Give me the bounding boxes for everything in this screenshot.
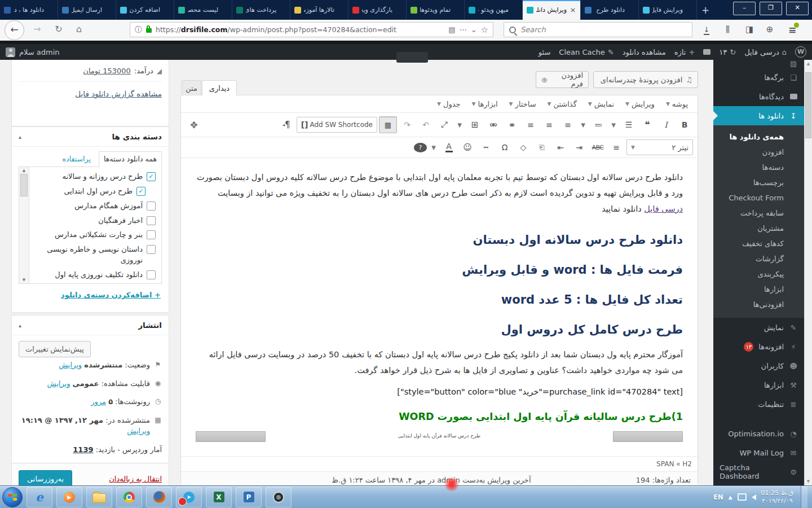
sidebar-item-optimisation[interactable]: ◔Optimisation.io [713,424,804,443]
chevron-down-icon[interactable]: ▼ [578,117,588,132]
bold-button[interactable]: B [676,117,693,132]
editor-content[interactable]: دانلود طرح درس سالانه اول دبستان که توسط… [181,158,698,456]
adminbar-site-name[interactable]: ⌂درسی فایل [744,48,787,56]
scrollbar-thumb[interactable] [20,174,28,196]
tab-most-used[interactable]: پراستفاده [63,155,91,167]
home-button[interactable]: ⌂ [72,24,86,34]
editor-menu[interactable]: نمایش▼ [583,98,619,110]
taskbar-file-explorer[interactable] [86,487,112,507]
blockquote-button[interactable]: ❝ [639,117,656,132]
browse-revisions-link[interactable]: مرور [91,397,106,406]
editor-menu[interactable]: ساختار▼ [504,98,541,110]
edit-date-link[interactable]: ویرایش [127,427,150,435]
back-button[interactable]: ← [5,20,24,40]
sidebar-item-settings[interactable]: ≣تنظیمات [713,395,804,414]
adminbar-view-download[interactable]: مشاهده دانلود [623,48,666,56]
browser-tab[interactable]: تالارها آموزش [290,0,348,20]
submenu-item[interactable]: ابزارها [713,282,804,297]
submenu-item[interactable]: Checkout Form [713,190,804,205]
show-desktop-button[interactable] [801,486,807,508]
browser-tab[interactable]: دانلود ها ، درسی [0,0,58,20]
undo-button[interactable]: ↶ [417,117,434,132]
scrollbar-thumb[interactable] [805,72,811,138]
chevron-down-icon[interactable]: ▼ [454,117,465,132]
submenu-item[interactable]: افزودن [713,144,804,160]
publish-header[interactable]: انتشار ▴ [12,316,169,335]
checkbox[interactable] [147,216,156,225]
category-item[interactable]: دانلود تکلیف نوروزی پایه اول [33,270,156,281]
submenu-item[interactable]: سابقه پرداخت [713,205,804,221]
editor-menu[interactable]: ابزارها▼ [467,98,503,110]
category-item[interactable]: طرح درس روزانه و سالانه [33,172,156,182]
category-item[interactable]: طرح درس اول ابتدایی [33,186,156,197]
tab-visual[interactable]: دیداری [202,80,237,95]
add-media-button[interactable]: ♫افزودن پروندهٔ چندرسانه‌ای [593,71,698,88]
site-info-icon[interactable]: ⓘ [135,25,142,35]
tab-all-categories[interactable]: همه دانلود دسته‌ها [99,151,162,167]
fullscreen-button[interactable]: ⤢ [436,117,453,132]
browser-tab[interactable]: دانلود طرح در [581,0,639,20]
taskbar-chrome[interactable] [116,487,142,507]
submenu-item[interactable]: گزارشات [713,251,804,266]
adminbar-clean-cache[interactable]: ✎Clean Cache [559,48,614,56]
browser-tab[interactable]: لیست محصولا [174,0,232,20]
numbered-list-button[interactable]: ≔ [590,117,607,132]
table-button[interactable]: ⊞ [466,117,483,132]
taskbar-excel[interactable]: X [206,487,232,507]
adminbar-seo[interactable]: سئو [539,48,551,56]
text-color-button[interactable]: A [440,140,457,155]
paste-as-text-button[interactable]: ⎗ [533,140,550,155]
help-button[interactable]: ? [414,143,427,152]
drsifile-link[interactable]: درسی فایل [644,204,683,213]
edit-status-link[interactable]: ویرایش [59,361,82,369]
emoji-button[interactable]: ☺ [459,140,476,155]
category-item[interactable]: اخبار فرهنگیان [33,216,156,226]
search-bar[interactable]: Search [504,22,692,37]
image-placeholder[interactable] [196,431,266,442]
toolbar-toggle-button[interactable]: ▦ [379,116,397,133]
globe-icon[interactable]: ⊕ [762,24,777,34]
add-form-button[interactable]: افزودن فرم⊕ [536,71,589,88]
bookmark-star-icon[interactable]: ☆ [481,25,488,35]
browser-tab[interactable]: میهن ویدئو - م [465,0,523,20]
taskbar-photoscape[interactable]: P [236,487,262,507]
align-right-button[interactable]: ≡ [559,117,576,132]
sidebar-item-appearance[interactable]: ✎نمایش [713,318,804,337]
adminbar-comments[interactable] [703,49,710,55]
browser-tab[interactable]: ویرایش فایل [639,0,697,20]
element-path[interactable]: SPAN « H2 [656,460,692,468]
submenu-item[interactable]: افزودنی‌ها [713,297,804,312]
strikethrough-button[interactable]: ABC [589,140,606,155]
url-bar[interactable]: ⓘ https://drsifile.com/wp-admin/post.php… [130,22,493,37]
preview-changes-button[interactable]: پیش‌نمایش تغییرات [19,341,91,357]
browser-tab[interactable]: ویرایش دانلود × [523,0,581,20]
image-placeholder[interactable] [613,431,683,442]
download-report-link[interactable]: مشاهده گزارش دانلود فایل [12,83,169,104]
volume-icon[interactable] [752,494,756,500]
sidebar-toggle-icon[interactable]: ◨ [742,24,757,34]
sidebar-item-plugins[interactable]: ⚡افزونه‌ها۱۳ [713,337,804,356]
tray-expand-icon[interactable]: ▲ [729,494,732,500]
clock[interactable]: 01:25 ق.ظ ۲۰۱۹/۲۶/۰۹ [761,489,793,505]
align-center-button[interactable]: ≡ [541,117,558,132]
close-button[interactable]: ✕ [786,2,809,15]
sidebar-item-partial[interactable]: ▨ [713,60,804,68]
heading-select[interactable]: تیتر ۲▼ [626,139,693,155]
downloads-icon[interactable]: ↓ [699,24,714,34]
adminbar-updates[interactable]: ↻۱۳ [719,48,736,56]
url-text[interactable]: https://drsifile.com/wp-admin/post.php?p… [156,25,444,34]
category-scrollbar[interactable]: ▲ ▼ [19,167,29,283]
collapse-toggle-icon[interactable]: ▴ [19,134,21,140]
add-sw-shortcode-button[interactable]: Add SW Shortcode[] [297,117,377,133]
sidebar-item-comments[interactable]: دیدگاه‌ها [713,87,804,106]
align-left-button[interactable]: ≡ [522,117,539,132]
update-button[interactable]: به‌روزرسانی [19,470,72,485]
sidebar-item-tools[interactable]: ⚒ابزارها [713,375,804,395]
tab-close-icon[interactable]: × [570,6,576,14]
income-amount-link[interactable]: 153000 تومان [83,67,131,75]
justify-button[interactable]: ≡ [608,140,625,155]
browser-tab[interactable]: ارسال ایمیل [58,0,116,20]
checkbox[interactable] [147,172,156,181]
unlink-button[interactable]: ⚮ [485,117,502,132]
move-to-trash-link[interactable]: انتقال به زباله‌دان [109,475,162,483]
